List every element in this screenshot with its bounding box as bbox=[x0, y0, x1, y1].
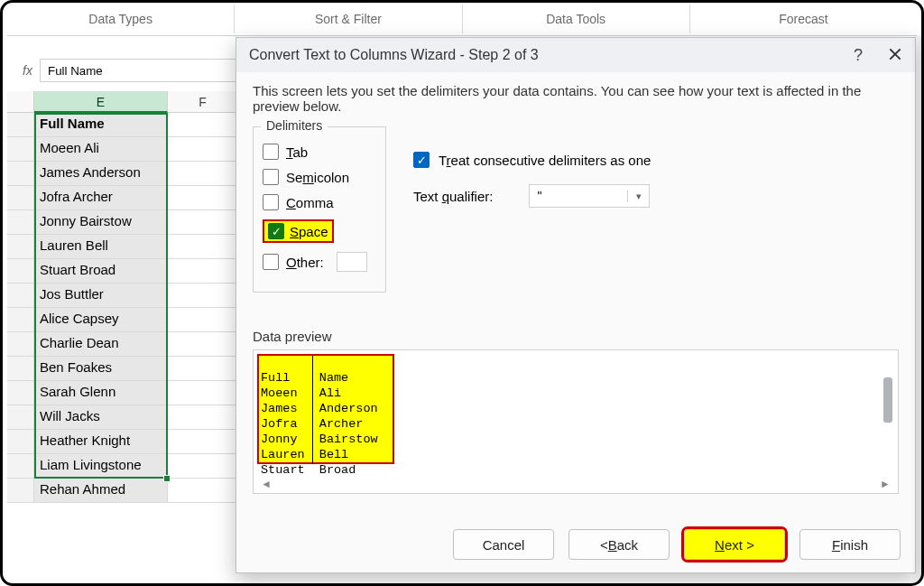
table-row[interactable]: Alice Capsey bbox=[7, 308, 238, 332]
table-row[interactable]: Lauren Bell bbox=[7, 235, 238, 259]
delim-semicolon-row[interactable]: Semicolon bbox=[263, 169, 376, 185]
checkbox-consecutive[interactable]: ✓ bbox=[413, 152, 430, 168]
cell[interactable]: Rehan Ahmed bbox=[34, 479, 168, 503]
cell[interactable] bbox=[168, 479, 238, 503]
table-row[interactable]: Sarah Glenn bbox=[7, 381, 238, 405]
checkbox-comma[interactable] bbox=[263, 194, 279, 210]
row-header[interactable] bbox=[7, 479, 34, 503]
app-window: Data Types Sort & Filter Data Tools Fore… bbox=[0, 0, 924, 586]
formula-input[interactable] bbox=[40, 59, 239, 82]
cell[interactable] bbox=[168, 308, 238, 332]
finish-button[interactable]: Finish bbox=[799, 529, 901, 560]
delim-space-row[interactable]: ✓ Space bbox=[263, 219, 376, 243]
table-row[interactable]: Charlie Dean bbox=[7, 332, 238, 357]
row-header[interactable] bbox=[7, 186, 34, 210]
row-header[interactable] bbox=[7, 162, 34, 186]
col-header-blank[interactable] bbox=[7, 91, 34, 113]
cell[interactable] bbox=[168, 137, 238, 162]
cell[interactable] bbox=[168, 430, 238, 454]
cell[interactable]: Jos Buttler bbox=[34, 284, 168, 308]
spreadsheet-grid[interactable]: E F Full Name Moeen Ali James Anderson J… bbox=[7, 91, 238, 579]
cell[interactable] bbox=[168, 357, 238, 381]
back-button[interactable]: < Back bbox=[568, 529, 670, 560]
checkbox-other[interactable] bbox=[263, 254, 279, 270]
row-header[interactable] bbox=[7, 430, 34, 454]
fx-icon[interactable]: fx bbox=[7, 63, 32, 78]
other-delimiter-input[interactable] bbox=[337, 252, 367, 272]
cell[interactable] bbox=[168, 186, 238, 210]
scroll-left-icon[interactable]: ◄ bbox=[261, 478, 272, 490]
cell[interactable] bbox=[168, 259, 238, 284]
cell[interactable] bbox=[168, 235, 238, 259]
table-row[interactable]: James Anderson bbox=[7, 162, 238, 186]
dialog-title: Convert Text to Columns Wizard - Step 2 … bbox=[249, 47, 539, 63]
scroll-right-icon[interactable]: ► bbox=[880, 478, 891, 490]
row-header[interactable] bbox=[7, 405, 34, 430]
row-header[interactable] bbox=[7, 332, 34, 357]
row-header[interactable] bbox=[7, 210, 34, 235]
cell[interactable]: Stuart Broad bbox=[34, 259, 168, 284]
row-header[interactable] bbox=[7, 113, 34, 137]
table-row[interactable]: Moeen Ali bbox=[7, 137, 238, 162]
col-header-f[interactable]: F bbox=[168, 91, 238, 113]
cell[interactable] bbox=[168, 405, 238, 430]
cell[interactable]: Ben Foakes bbox=[34, 357, 168, 381]
table-row[interactable]: Jos Buttler bbox=[7, 284, 238, 308]
row-header[interactable] bbox=[7, 259, 34, 284]
row-header[interactable] bbox=[7, 357, 34, 381]
next-button[interactable]: Next > bbox=[684, 529, 785, 560]
delim-comma-row[interactable]: Comma bbox=[263, 194, 376, 210]
cell[interactable]: Alice Capsey bbox=[34, 308, 168, 332]
cell[interactable] bbox=[168, 210, 238, 235]
row-header[interactable] bbox=[7, 137, 34, 162]
cell[interactable] bbox=[168, 332, 238, 357]
table-row[interactable]: Stuart Broad bbox=[7, 259, 238, 284]
cell[interactable] bbox=[168, 284, 238, 308]
cell[interactable]: Moeen Ali bbox=[34, 137, 168, 162]
table-row[interactable]: Heather Knight bbox=[7, 430, 238, 454]
table-row[interactable]: Jofra Archer bbox=[7, 186, 238, 210]
cell[interactable] bbox=[168, 381, 238, 405]
cell[interactable] bbox=[168, 113, 238, 137]
table-row[interactable]: Liam Livingstone bbox=[7, 454, 238, 479]
column-headers: E F bbox=[7, 91, 238, 113]
checkbox-tab[interactable] bbox=[263, 144, 279, 160]
table-row[interactable]: Rehan Ahmed bbox=[7, 479, 238, 503]
cell[interactable]: Charlie Dean bbox=[34, 332, 168, 357]
cell[interactable]: Jonny Bairstow bbox=[34, 210, 168, 235]
col-header-e[interactable]: E bbox=[34, 91, 168, 113]
cell-header[interactable]: Full Name bbox=[34, 113, 168, 137]
row-header[interactable] bbox=[7, 284, 34, 308]
chevron-down-icon[interactable]: ▾ bbox=[627, 191, 649, 202]
cell[interactable]: Liam Livingstone bbox=[34, 454, 168, 479]
checkbox-space[interactable]: ✓ bbox=[268, 223, 284, 239]
cell[interactable] bbox=[168, 162, 238, 186]
cell[interactable]: Heather Knight bbox=[34, 430, 168, 454]
delim-other-row[interactable]: Other: bbox=[263, 252, 376, 272]
text-qualifier-select[interactable]: " ▾ bbox=[529, 184, 650, 208]
preview-scrollbar[interactable] bbox=[883, 377, 892, 423]
ribbon-group-forecast: Forecast bbox=[689, 5, 917, 33]
cell[interactable]: James Anderson bbox=[34, 162, 168, 186]
row-header[interactable] bbox=[7, 235, 34, 259]
dialog-titlebar[interactable]: Convert Text to Columns Wizard - Step 2 … bbox=[236, 38, 915, 72]
delim-tab-row[interactable]: Tab bbox=[263, 144, 376, 160]
cell[interactable]: Sarah Glenn bbox=[34, 381, 168, 405]
row-header[interactable] bbox=[7, 454, 34, 479]
help-icon[interactable]: ? bbox=[854, 46, 863, 65]
fill-handle[interactable] bbox=[163, 475, 171, 482]
cell[interactable]: Jofra Archer bbox=[34, 186, 168, 210]
cancel-button[interactable]: Cancel bbox=[453, 529, 554, 560]
close-icon[interactable] bbox=[888, 47, 902, 64]
consecutive-delim-row[interactable]: ✓ Treat consecutive delimiters as one bbox=[413, 152, 899, 168]
checkbox-semicolon[interactable] bbox=[263, 169, 279, 185]
row-header[interactable] bbox=[7, 381, 34, 405]
table-row[interactable]: Will Jacks bbox=[7, 405, 238, 430]
cell[interactable] bbox=[168, 454, 238, 479]
table-row[interactable]: Ben Foakes bbox=[7, 357, 238, 381]
cell[interactable]: Will Jacks bbox=[34, 405, 168, 430]
table-row[interactable]: Full Name bbox=[7, 113, 238, 137]
row-header[interactable] bbox=[7, 308, 34, 332]
table-row[interactable]: Jonny Bairstow bbox=[7, 210, 238, 235]
cell[interactable]: Lauren Bell bbox=[34, 235, 168, 259]
